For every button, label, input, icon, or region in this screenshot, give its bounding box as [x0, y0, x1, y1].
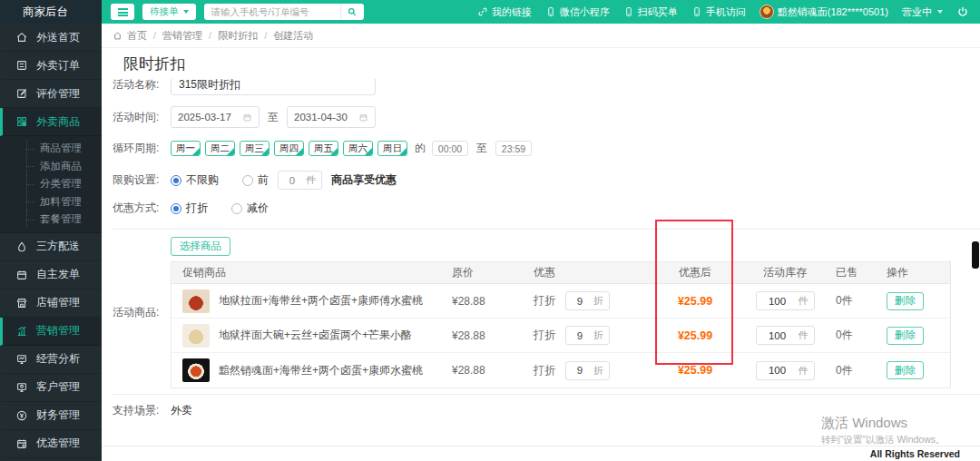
price-reduce-radio[interactable]: 减价: [231, 201, 269, 216]
activity-name-input[interactable]: [171, 79, 376, 95]
discount-type: 打折: [534, 363, 555, 378]
customer-monitor-icon: [15, 380, 28, 394]
stock-input[interactable]: [757, 330, 799, 341]
col-header-product: 促销商品: [172, 265, 452, 280]
delete-button[interactable]: 删除: [887, 361, 924, 379]
end-time-value: 23:59: [502, 143, 525, 154]
stock-input[interactable]: [757, 365, 799, 376]
subitem-label: 添加商品: [40, 161, 82, 172]
sidebar-item-finance-management[interactable]: 财务管理: [0, 402, 102, 430]
pending-orders-button[interactable]: 待接单: [142, 4, 196, 20]
chevron-down-icon: [937, 10, 943, 14]
end-date-value: 2031-04-30: [294, 112, 348, 123]
sidebar-item-marketing-management[interactable]: 营销管理: [0, 318, 102, 346]
sidebar-subitem-category-management[interactable]: 分类管理: [0, 175, 102, 193]
phone-icon: [545, 6, 556, 17]
search-button[interactable]: [340, 4, 364, 20]
stock-input[interactable]: [757, 296, 799, 307]
sidebar-item-self-dispatch[interactable]: 自主发单: [0, 261, 102, 289]
sidebar-item-third-party-delivery[interactable]: 三方配送: [0, 233, 102, 261]
discount-input[interactable]: [566, 330, 593, 341]
my-links-label: 我的链接: [492, 5, 532, 19]
discount-input[interactable]: [566, 365, 593, 376]
discount-unit: 折: [593, 364, 609, 378]
limit-qty-input[interactable]: [279, 175, 306, 186]
scan-pay-button[interactable]: 扫码买单: [623, 5, 678, 19]
sidebar-subitem-product-management[interactable]: 商品管理: [0, 140, 102, 158]
mobile-icon: [691, 6, 702, 17]
breadcrumb-marketing[interactable]: 营销管理: [147, 29, 202, 43]
table-row: 地狱拌面大碗+云丝+卤蛋两个+芒果小酪 ¥28.88 打折 折 ¥25.99: [172, 319, 950, 353]
day-thursday-checkbox[interactable]: 周四: [274, 141, 304, 156]
sidebar-subitem-topping-management[interactable]: 加料管理: [0, 193, 102, 211]
merchant-account[interactable]: 黯然销魂面(182****0501): [760, 5, 888, 19]
day-saturday-checkbox[interactable]: 周六: [343, 141, 373, 156]
monitor-icon: [15, 352, 28, 366]
time-range-to-label: 至: [476, 141, 487, 156]
daily-start-time-input[interactable]: 00:00: [432, 141, 468, 156]
menu-toggle-button[interactable]: [111, 4, 134, 20]
order-list-icon: [15, 59, 28, 73]
my-links-button[interactable]: 我的链接: [477, 5, 532, 19]
stock-unit: 件: [799, 294, 814, 308]
radio-dot: [242, 175, 253, 186]
supported-scene-value: 外卖: [171, 403, 192, 418]
sidebar-item-shop-management[interactable]: 店铺管理: [0, 289, 102, 318]
calendar-icon: [358, 113, 368, 123]
mobile-access-button[interactable]: 手机访问: [691, 5, 746, 19]
day-label: 周日: [383, 142, 402, 155]
wechat-miniprogram-button[interactable]: 微信小程序: [545, 5, 610, 19]
sidebar-item-takeout-products[interactable]: 外卖商品: [0, 108, 102, 136]
sidebar-item-delivery-home[interactable]: 外送首页: [0, 24, 102, 52]
day-monday-checkbox[interactable]: 周一: [171, 141, 201, 156]
daily-end-time-input[interactable]: 23:59: [495, 141, 532, 156]
sidebar-item-preferred-management[interactable]: 优选管理: [0, 430, 102, 458]
sidebar-item-review-management[interactable]: 评价管理: [0, 80, 102, 108]
search-input[interactable]: [204, 4, 340, 20]
edit-pencil-icon: [15, 87, 28, 101]
sidebar-item-label: 外卖商品: [36, 114, 80, 130]
day-wednesday-checkbox[interactable]: 周三: [240, 141, 270, 156]
sidebar-item-customer-management[interactable]: 客户管理: [0, 374, 102, 402]
business-status-dropdown[interactable]: 营业中: [902, 5, 943, 19]
breadcrumb-home[interactable]: 首页: [127, 29, 147, 43]
scrollbar-thumb[interactable]: [972, 241, 979, 269]
no-limit-radio[interactable]: 不限购: [171, 172, 219, 188]
discount-input[interactable]: [566, 296, 593, 307]
delete-button[interactable]: 删除: [887, 292, 924, 310]
home-icon: [15, 31, 28, 44]
sidebar-subitem-add-product[interactable]: 添加商品: [0, 158, 102, 176]
sidebar-item-business-analysis[interactable]: 经营分析: [0, 346, 102, 374]
price-reduce-label: 减价: [247, 201, 269, 216]
start-date-input[interactable]: 2025-03-17: [171, 106, 260, 128]
col-header-action: 操作: [887, 265, 950, 280]
limit-first-radio[interactable]: 前 件 商品享受优惠: [242, 171, 397, 190]
search-icon: [347, 6, 358, 17]
discount-type: 打折: [534, 293, 555, 309]
rights-text: All Rights Reserved: [870, 448, 960, 459]
delete-button[interactable]: 删除: [887, 327, 924, 345]
day-sunday-checkbox[interactable]: 周日: [377, 141, 407, 156]
day-label: 周三: [245, 142, 264, 155]
breadcrumb-flash-discount[interactable]: 限时折扣: [202, 29, 258, 43]
purchase-limit-label: 限购设置:: [113, 172, 171, 188]
discount-unit: 折: [593, 329, 609, 342]
day-friday-checkbox[interactable]: 周五: [309, 141, 338, 156]
subitem-label: 商品管理: [40, 142, 82, 153]
limit-suffix-label: 商品享受优惠: [331, 172, 397, 188]
day-tuesday-checkbox[interactable]: 周二: [205, 141, 235, 156]
discount-type: 打折: [534, 328, 555, 343]
day-label: 周二: [211, 142, 230, 155]
sidebar-item-takeout-orders[interactable]: 外卖订单: [0, 52, 102, 80]
select-products-button[interactable]: 选择商品: [171, 237, 230, 256]
col-header-original-price: 原价: [452, 265, 534, 280]
power-icon[interactable]: [956, 5, 969, 18]
discounted-price: ¥25.99: [656, 295, 734, 308]
sidebar-subitem-combo-management[interactable]: 套餐管理: [0, 211, 102, 229]
discounted-price: ¥25.99: [656, 329, 734, 342]
cycle-of-label: 的: [415, 141, 426, 156]
discount-radio[interactable]: 打折: [171, 201, 208, 216]
breadcrumb-create-activity: 创建活动: [258, 29, 313, 43]
end-date-input[interactable]: 2031-04-30: [287, 106, 376, 128]
sidebar-submenu: 商品管理 添加商品 分类管理 加料管理 套餐管理: [0, 136, 102, 233]
